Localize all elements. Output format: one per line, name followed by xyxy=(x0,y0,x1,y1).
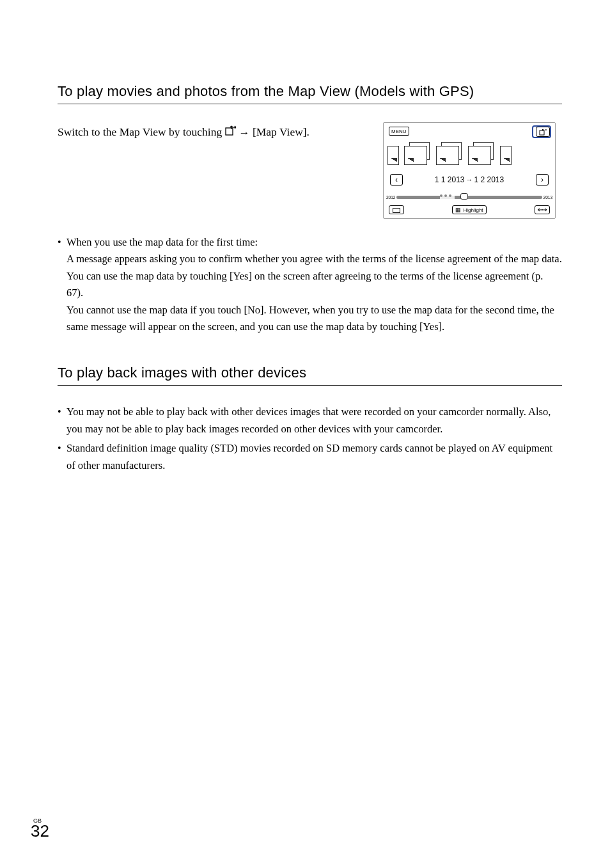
other-devices-list: You may not be able to play back with ot… xyxy=(58,404,562,474)
bullet-title: When you use the map data for the first … xyxy=(66,236,258,248)
callout-box xyxy=(532,125,551,138)
menu-button[interactable]: MENU xyxy=(389,127,409,136)
list-item: When you use the map data for the first … xyxy=(58,234,562,335)
transfer-icon xyxy=(537,207,547,213)
highlight-label: Highlight xyxy=(463,207,483,213)
camcorder-screenshot: MENU ‹ 1 1 2013→1 2 2013 xyxy=(383,122,556,219)
arrow-right-icon: → xyxy=(239,127,250,139)
next-button[interactable]: › xyxy=(536,174,549,185)
thumbnail-row xyxy=(384,139,555,168)
page-number: 32 xyxy=(31,821,49,840)
arrow-right-icon: → xyxy=(466,176,473,184)
date-from: 1 1 2013 xyxy=(435,175,465,184)
film-reel-icon: ▦ xyxy=(455,207,461,213)
screen-box: MENU ‹ 1 1 2013→1 2 2013 xyxy=(383,122,556,219)
intro-pre: Switch to the Map View by touching xyxy=(58,125,225,138)
transfer-button[interactable] xyxy=(535,205,550,214)
switch-view-icon xyxy=(225,123,237,141)
thumbnail[interactable] xyxy=(436,142,464,168)
map-data-note-list: When you use the map data for the first … xyxy=(58,234,562,335)
screen-top-bar: MENU xyxy=(384,123,555,139)
highlight-button[interactable]: ▦ Highlight xyxy=(452,205,486,214)
thumbnail-partial[interactable] xyxy=(387,142,400,168)
timeline: 2012 2013 xyxy=(384,192,555,203)
list-item: You may not be able to play back with ot… xyxy=(58,404,562,438)
date-range: 1 1 2013→1 2 2013 xyxy=(405,175,533,184)
timeline-marker[interactable] xyxy=(460,193,468,200)
timeline-year-left: 2012 xyxy=(386,195,396,200)
thumbnail-partial[interactable] xyxy=(500,142,513,168)
page-footer: GB 32 xyxy=(31,817,49,841)
media-button[interactable] xyxy=(389,205,404,214)
date-nav-row: ‹ 1 1 2013→1 2 2013 › xyxy=(384,168,555,192)
section-heading-map-view: To play movies and photos from the Map V… xyxy=(58,83,562,104)
thumbnail[interactable] xyxy=(404,142,432,168)
bullet-body: A message appears asking you to confirm … xyxy=(66,253,562,333)
timeline-bar[interactable] xyxy=(396,196,542,199)
screen-bottom-bar: ▦ Highlight xyxy=(384,203,555,218)
thumbnail[interactable] xyxy=(468,142,496,168)
section-heading-other-devices: To play back images with other devices xyxy=(58,365,562,386)
intro-post: [Map View]. xyxy=(253,125,309,138)
intro-row: Switch to the Map View by touching → [Ma… xyxy=(58,122,562,219)
list-item: Standard definition image quality (STD) … xyxy=(58,440,562,474)
date-to: 1 2 2013 xyxy=(474,175,504,184)
timeline-year-right: 2013 xyxy=(542,195,552,200)
prev-button[interactable]: ‹ xyxy=(390,174,403,185)
intro-text: Switch to the Map View by touching → [Ma… xyxy=(58,122,357,142)
